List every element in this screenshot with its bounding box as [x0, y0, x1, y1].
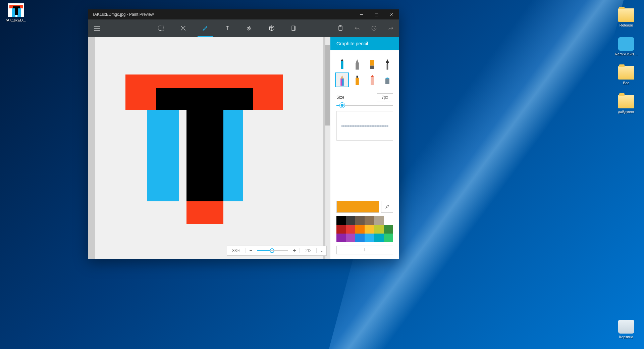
zoom-value: 83%	[227, 248, 246, 253]
palette-swatch[interactable]	[365, 225, 374, 234]
eyedropper-button[interactable]	[381, 201, 393, 213]
palette-swatch[interactable]	[384, 216, 393, 225]
svg-rect-1	[159, 26, 163, 30]
tool-select[interactable]	[150, 19, 172, 37]
paint-preview-window: rAK1sxEDmgc.jpg - Paint Preview	[88, 9, 399, 259]
folder-icon	[618, 66, 634, 80]
redo-button[interactable]	[382, 19, 399, 37]
desktop-icon-digest[interactable]: дайджест	[613, 95, 639, 114]
svg-marker-20	[371, 75, 374, 77]
size-value[interactable]: 7px	[377, 93, 393, 101]
canvas-area: 83% − + 2D ⌄	[88, 37, 330, 259]
canvas[interactable]	[95, 37, 323, 259]
palette-swatch[interactable]	[336, 234, 346, 242]
titlebar[interactable]: rAK1sxEDmgc.jpg - Paint Preview	[88, 9, 399, 19]
view-mode: 2D	[300, 248, 316, 253]
window-title: rAK1sxEDmgc.jpg - Paint Preview	[88, 12, 354, 17]
history-button[interactable]	[366, 19, 382, 37]
close-button[interactable]	[384, 9, 399, 19]
brush-crayon[interactable]	[366, 72, 379, 87]
palette-swatch[interactable]	[384, 234, 393, 242]
tool-text[interactable]	[216, 19, 238, 37]
palette-swatch[interactable]	[374, 234, 384, 242]
tool-3d[interactable]	[261, 19, 283, 37]
svg-rect-0	[375, 13, 378, 16]
zoom-in-button[interactable]: +	[289, 248, 300, 254]
panel-header: Graphite pencil	[330, 37, 399, 50]
app-body: 83% − + 2D ⌄ Graphite pencil Size	[88, 37, 399, 259]
brush-panel: Graphite pencil Size 7px	[330, 37, 399, 259]
folder-icon	[618, 95, 634, 108]
desktop-icons-bottom: Корзина	[613, 320, 639, 339]
svg-rect-19	[371, 77, 374, 85]
zoom-out-button[interactable]: −	[246, 248, 256, 254]
hamburger-icon	[94, 28, 100, 29]
scrollbar-thumb[interactable]	[325, 45, 330, 126]
zoom-slider[interactable]	[256, 250, 289, 251]
artwork	[125, 74, 283, 224]
tool-crop[interactable]	[172, 19, 194, 37]
current-color-row	[330, 201, 399, 216]
color-palette	[336, 216, 393, 242]
view-mode-dropdown[interactable]: ⌄	[316, 248, 326, 253]
menu-button[interactable]	[88, 19, 106, 37]
vertical-scrollbar[interactable]	[325, 37, 330, 259]
maximize-button[interactable]	[369, 9, 384, 19]
desktop-icon-vse[interactable]: Все	[613, 66, 639, 85]
undo-button[interactable]	[349, 19, 366, 37]
desktop-file-label: rAK1sxED…	[6, 18, 26, 22]
palette-swatch[interactable]	[336, 225, 346, 234]
brush-eraser[interactable]	[366, 56, 379, 71]
size-slider[interactable]	[330, 103, 399, 111]
svg-rect-16	[342, 79, 344, 86]
add-color-button[interactable]: +	[336, 246, 393, 254]
svg-marker-12	[386, 59, 389, 64]
palette-swatch[interactable]	[355, 225, 365, 234]
palette-swatch[interactable]	[365, 234, 374, 242]
palette-swatch[interactable]	[346, 225, 355, 234]
palette-swatch[interactable]	[336, 216, 346, 225]
palette-swatch[interactable]	[346, 216, 355, 225]
palette-swatch[interactable]	[355, 216, 365, 225]
thumbnail-icon	[8, 3, 24, 17]
brush-spray[interactable]	[350, 72, 364, 87]
svg-marker-9	[356, 59, 359, 69]
svg-rect-7	[341, 61, 343, 69]
canvas-viewport[interactable]	[88, 37, 330, 259]
tool-stickers[interactable]	[283, 19, 305, 37]
tool-brush[interactable]	[194, 19, 216, 37]
svg-rect-21	[385, 79, 389, 84]
svg-marker-14	[340, 75, 344, 79]
desktop-icon-remixos[interactable]: RemixOSPl…	[613, 37, 639, 56]
svg-rect-10	[370, 60, 374, 66]
size-row: Size 7px	[330, 90, 399, 103]
brush-marker[interactable]	[335, 56, 349, 71]
palette-swatch[interactable]	[374, 216, 384, 225]
brush-pen[interactable]	[350, 56, 364, 71]
brush-calligraphy[interactable]	[381, 56, 394, 71]
svg-rect-13	[387, 64, 388, 70]
brush-pencil[interactable]	[335, 72, 349, 87]
palette-swatch[interactable]	[355, 234, 365, 242]
svg-rect-18	[356, 76, 358, 78]
recyclebin-icon	[618, 320, 634, 334]
preview-stroke	[341, 126, 388, 127]
desktop-icons-right: Release RemixOSPl… Все дайджест	[613, 8, 639, 114]
zoom-bar: 83% − + 2D ⌄	[227, 246, 327, 256]
palette-swatch[interactable]	[384, 225, 393, 234]
minimize-button[interactable]	[354, 9, 369, 19]
palette-swatch[interactable]	[346, 234, 355, 242]
svg-rect-11	[370, 66, 374, 69]
size-label: Size	[336, 95, 377, 100]
brush-fill[interactable]	[381, 72, 394, 87]
tool-shapes[interactable]	[238, 19, 261, 37]
paste-button[interactable]	[332, 19, 349, 37]
palette-swatch[interactable]	[374, 225, 384, 234]
desktop-icon-recyclebin[interactable]: Корзина	[613, 320, 639, 339]
app-icon	[618, 37, 634, 51]
desktop-file-topleft[interactable]: rAK1sxED…	[3, 3, 29, 22]
window-controls	[354, 9, 399, 19]
desktop-icon-release[interactable]: Release	[613, 8, 639, 27]
current-color-swatch[interactable]	[336, 201, 379, 213]
palette-swatch[interactable]	[365, 216, 374, 225]
